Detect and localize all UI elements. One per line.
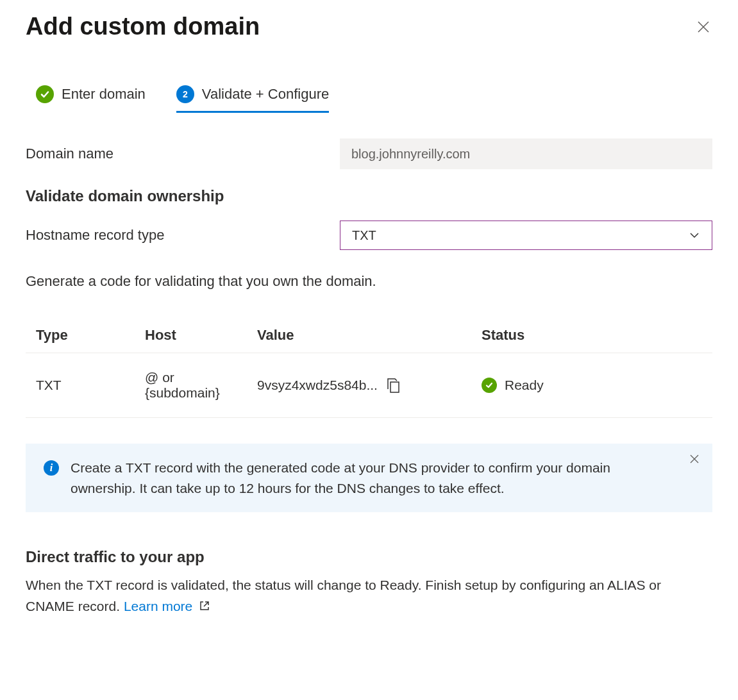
select-value: TXT [352,228,376,243]
info-close-button[interactable] [689,454,700,464]
chevron-down-icon [689,229,700,241]
close-icon [696,20,710,34]
column-header-type: Type [26,318,135,353]
copy-button[interactable] [385,377,401,394]
hostname-record-type-select[interactable]: TXT [340,221,712,250]
table-row: TXT @ or {subdomain} 9vsyz4xwdz5s84b... [26,353,712,418]
step-number-badge: 2 [176,85,194,103]
cell-host: @ or {subdomain} [135,353,247,418]
cell-value: 9vsyz4xwdz5s84b... [257,378,378,393]
close-button[interactable] [694,18,712,36]
svg-rect-0 [390,382,399,392]
cell-type: TXT [26,353,135,418]
direct-traffic-text: When the TXT record is validated, the st… [26,575,712,617]
info-text: Create a TXT record with the generated c… [71,458,635,498]
direct-traffic-title: Direct traffic to your app [26,548,712,566]
domain-name-label: Domain name [26,146,340,162]
info-icon: i [44,460,59,476]
checkmark-icon [482,378,497,393]
cell-status: Ready [505,378,544,393]
validate-section-title: Validate domain ownership [26,187,712,205]
dns-records-table: Type Host Value Status TXT @ or {subdoma… [26,318,712,418]
domain-name-input [340,138,712,169]
tab-validate-configure[interactable]: 2 Validate + Configure [176,85,329,113]
column-header-host: Host [135,318,247,353]
tab-label: Validate + Configure [202,86,329,103]
tab-label: Enter domain [62,86,146,103]
tab-enter-domain[interactable]: Enter domain [36,85,146,113]
column-header-value: Value [247,318,471,353]
generate-code-help-text: Generate a code for validating that you … [26,273,712,290]
external-link-icon [199,600,210,612]
column-header-status: Status [471,318,712,353]
checkmark-icon [36,85,54,103]
learn-more-link[interactable]: Learn more [124,599,210,613]
info-banner: i Create a TXT record with the generated… [26,444,712,512]
hostname-record-type-label: Hostname record type [26,227,340,244]
close-icon [689,454,700,464]
copy-icon [385,377,401,394]
page-title: Add custom domain [26,13,260,40]
